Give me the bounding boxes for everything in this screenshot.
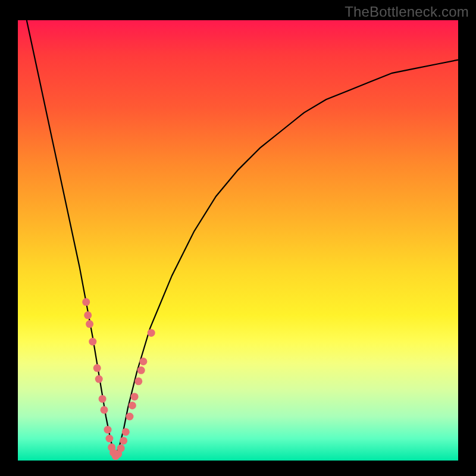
data-marker — [148, 329, 155, 337]
data-marker — [99, 395, 107, 403]
data-marker — [93, 364, 101, 372]
data-marker — [122, 428, 130, 436]
data-marker — [82, 298, 90, 306]
data-marker — [95, 375, 103, 383]
data-marker — [104, 426, 112, 434]
markers-group — [82, 298, 155, 460]
data-marker — [117, 444, 125, 452]
data-marker — [134, 377, 142, 385]
data-marker — [105, 435, 113, 443]
data-marker — [137, 367, 145, 374]
data-marker — [89, 338, 96, 346]
data-marker — [129, 402, 136, 409]
data-marker — [131, 393, 139, 400]
data-marker — [120, 437, 127, 444]
plot-area — [18, 20, 458, 461]
data-marker — [101, 406, 108, 414]
data-marker — [86, 320, 93, 328]
chart-svg — [18, 20, 458, 461]
data-marker — [84, 311, 92, 319]
bottleneck-curve — [27, 20, 458, 456]
data-marker — [126, 413, 134, 421]
data-marker — [139, 358, 147, 365]
watermark-text: TheBottleneck.com — [345, 4, 469, 20]
